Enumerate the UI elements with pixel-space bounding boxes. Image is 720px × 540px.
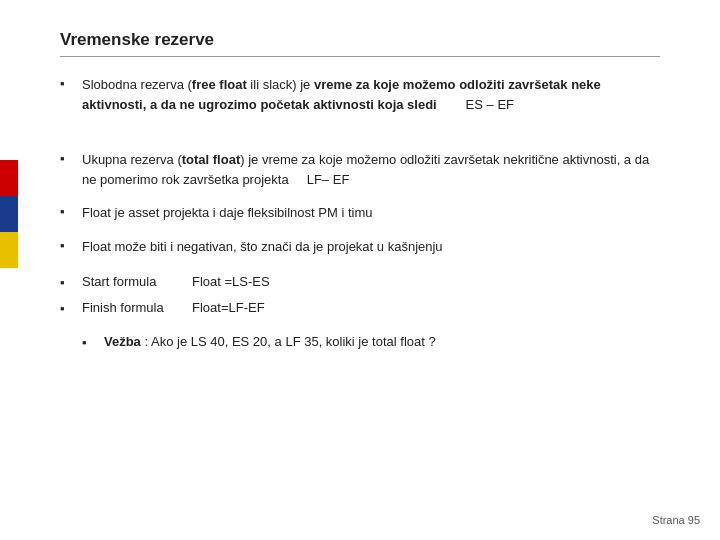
- bullet-marker: ▪: [82, 335, 96, 350]
- finish-formula-value: Float=LF-EF: [192, 300, 265, 315]
- bullet-marker: ▪: [60, 76, 74, 91]
- bullet-list: ▪ Slobodna rezerva (free float ili slack…: [60, 75, 660, 256]
- exercise-label: Vežba: [104, 334, 141, 349]
- bullet-marker: ▪: [60, 301, 74, 316]
- start-formula-label: Start formula: [82, 274, 192, 289]
- title-section: Vremenske rezerve: [60, 30, 660, 57]
- page-title: Vremenske rezerve: [60, 30, 660, 50]
- page: Vremenske rezerve ▪ Slobodna rezerva (fr…: [0, 0, 720, 540]
- bullet-marker: ▪: [60, 275, 74, 290]
- formula-row-start: ▪ Start formula Float =LS-ES: [60, 274, 660, 290]
- formula-row-finish: ▪ Finish formula Float=LF-EF: [60, 300, 660, 316]
- bold-text: free float: [192, 77, 247, 92]
- list-item: ▪ Ukupna rezerva (total float) je vreme …: [60, 150, 660, 189]
- bold-text-2: vreme za koje možemo odložiti završetak …: [82, 77, 601, 112]
- title-underline: [60, 56, 660, 57]
- list-item: ▪ Slobodna rezerva (free float ili slack…: [60, 75, 660, 114]
- blue-block: [0, 196, 18, 232]
- bullet-text-3: Float je asset projekta i daje fleksibil…: [82, 203, 660, 223]
- exercise-body: : Ako je LS 40, ES 20, a LF 35, koliki j…: [141, 334, 436, 349]
- bullet-text-4: Float može biti i negativan, što znači d…: [82, 237, 660, 257]
- exercise-section: ▪ Vežba : Ako je LS 40, ES 20, a LF 35, …: [60, 334, 660, 350]
- bullet-marker: ▪: [60, 151, 74, 166]
- decorative-blocks: [0, 160, 18, 268]
- bullet-text-1: Slobodna rezerva (free float ili slack) …: [82, 75, 660, 114]
- formula-section: ▪ Start formula Float =LS-ES ▪ Finish fo…: [60, 274, 660, 316]
- exercise-text: Vežba : Ako je LS 40, ES 20, a LF 35, ko…: [104, 334, 436, 349]
- page-number: Strana 95: [652, 514, 700, 526]
- bullet-text-2: Ukupna rezerva (total float) je vreme za…: [82, 150, 660, 189]
- red-block: [0, 160, 18, 196]
- list-item: ▪ Float može biti i negativan, što znači…: [60, 237, 660, 257]
- list-item: ▪ Float je asset projekta i daje fleksib…: [60, 203, 660, 223]
- bullet-marker: ▪: [60, 238, 74, 253]
- yellow-block: [0, 232, 18, 268]
- bullet-marker: ▪: [60, 204, 74, 219]
- spacer: [60, 128, 660, 136]
- start-formula-value: Float =LS-ES: [192, 274, 270, 289]
- finish-formula-label: Finish formula: [82, 300, 192, 315]
- bold-text-3: total float: [182, 152, 241, 167]
